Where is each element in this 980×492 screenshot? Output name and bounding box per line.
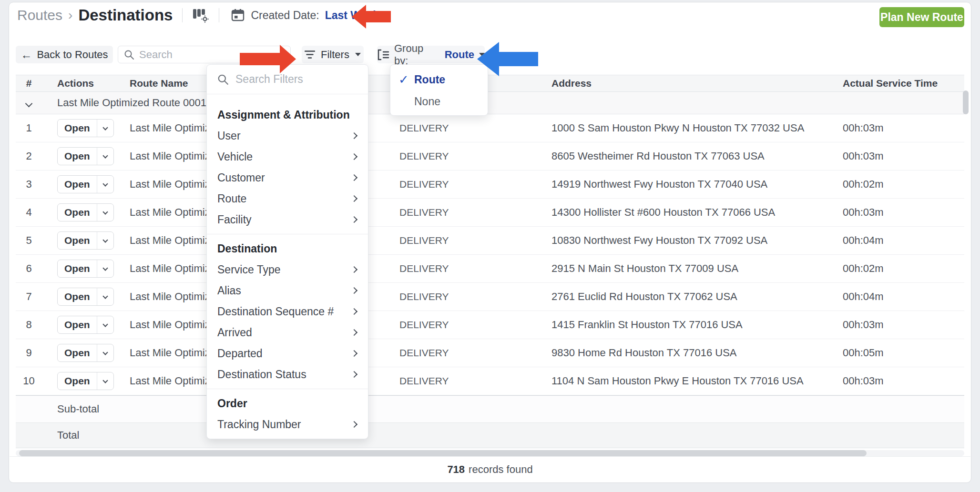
vertical-scrollbar-thumb[interactable] <box>963 90 969 114</box>
open-button-label[interactable]: Open <box>58 319 97 331</box>
open-button-label[interactable]: Open <box>58 235 97 246</box>
row-service-type: DELIVERY <box>384 122 536 134</box>
open-button[interactable]: Open <box>57 288 114 306</box>
row-service-type: DELIVERY <box>384 235 536 246</box>
open-button[interactable]: Open <box>57 203 114 221</box>
row-address: 1415 Franklin St Houston TX 77016 USA <box>536 319 827 331</box>
row-service-time: 00h:03m <box>827 319 964 331</box>
filter-item-destination-sequence[interactable]: Destination Sequence # <box>207 301 368 322</box>
open-button-label[interactable]: Open <box>58 347 97 359</box>
header-divider <box>182 8 183 22</box>
row-number: 8 <box>16 319 42 331</box>
open-button-caret[interactable] <box>97 155 113 158</box>
open-button[interactable]: Open <box>57 316 114 334</box>
header-divider <box>219 8 219 22</box>
column-header-service-time: Actual Service Time <box>827 78 964 89</box>
filter-item-route[interactable]: Route <box>207 188 368 209</box>
open-button-caret[interactable] <box>97 380 113 382</box>
chevron-right-icon <box>351 287 357 294</box>
open-button[interactable]: Open <box>57 344 114 362</box>
breadcrumb-parent[interactable]: Routes <box>17 7 62 23</box>
chevron-right-icon <box>351 421 357 428</box>
open-button-caret[interactable] <box>97 352 113 354</box>
row-number: 1 <box>16 122 42 134</box>
horizontal-scrollbar-thumb[interactable] <box>19 450 867 456</box>
page-title: Destinations <box>78 6 173 24</box>
group-header-row[interactable]: Last Mile Optimized Route 0001 <box>16 92 964 114</box>
row-actions: Open <box>42 372 114 390</box>
row-number: 9 <box>16 347 42 359</box>
row-number: 6 <box>16 262 42 275</box>
search-icon <box>124 50 134 60</box>
filter-item-arrived[interactable]: Arrived <box>207 322 368 343</box>
table-row: 9 Open Last Mile Optimized Route 0001 DE… <box>16 339 964 367</box>
plan-new-route-button[interactable]: Plan New Route <box>879 7 964 27</box>
chevron-right-icon <box>351 132 357 139</box>
open-button-label[interactable]: Open <box>58 207 97 218</box>
open-button[interactable]: Open <box>57 372 114 390</box>
open-button-caret[interactable] <box>97 296 113 298</box>
filter-item-alias[interactable]: Alias <box>207 280 368 301</box>
filter-item-tracking-number[interactable]: Tracking Number <box>207 414 368 435</box>
open-button-label[interactable]: Open <box>58 151 97 162</box>
chevron-right-icon <box>351 266 357 273</box>
filter-item-departed[interactable]: Departed <box>207 343 368 364</box>
group-by-value: Route <box>445 49 474 61</box>
row-number: 3 <box>16 178 42 191</box>
open-button[interactable]: Open <box>57 175 114 193</box>
filter-item-customer[interactable]: Customer <box>207 167 368 188</box>
red-arrow-annotation-created-date <box>352 5 391 29</box>
open-button-caret[interactable] <box>97 324 113 326</box>
chevron-right-icon <box>351 308 357 315</box>
back-to-routes-button[interactable]: ← Back to Routes <box>16 46 113 63</box>
table-row: 4 Open Last Mile Optimized Route 0001 DE… <box>16 199 964 227</box>
open-button-label[interactable]: Open <box>58 179 97 190</box>
filters-button[interactable]: Filters <box>302 46 364 63</box>
open-button-label[interactable]: Open <box>58 122 97 134</box>
records-found-bar: 718 records found <box>10 456 970 482</box>
table-row: 7 Open Last Mile Optimized Route 0001 DE… <box>16 283 964 311</box>
open-button-caret[interactable] <box>97 127 113 130</box>
open-button[interactable]: Open <box>57 260 114 278</box>
open-button-caret[interactable] <box>97 240 113 242</box>
open-button-caret[interactable] <box>97 268 113 270</box>
filter-icon <box>305 50 315 59</box>
filters-search-input[interactable] <box>235 73 350 86</box>
open-button[interactable]: Open <box>57 231 114 250</box>
row-service-time: 00h:04m <box>827 234 964 247</box>
group-by-option-route[interactable]: ✓ Route <box>390 69 488 90</box>
back-arrow-icon: ← <box>20 49 32 60</box>
open-button-caret[interactable] <box>97 211 113 214</box>
row-service-time: 00h:03m <box>827 122 964 134</box>
row-actions: Open <box>42 288 114 306</box>
calendar-icon <box>231 8 245 22</box>
destinations-table: # Actions Route Name Address Actual Serv… <box>16 75 964 448</box>
filter-item-facility[interactable]: Facility <box>207 209 368 230</box>
filter-item-user[interactable]: User <box>207 125 368 146</box>
open-button-label[interactable]: Open <box>58 263 97 274</box>
table-row: 5 Open Last Mile Optimized Route 0001 DE… <box>16 227 964 255</box>
row-number: 5 <box>16 234 42 247</box>
filter-item-vehicle[interactable]: Vehicle <box>207 146 368 167</box>
filter-item-destination-status[interactable]: Destination Status <box>207 364 368 385</box>
open-button[interactable]: Open <box>57 147 114 165</box>
records-label: records found <box>469 463 533 476</box>
open-button[interactable]: Open <box>57 119 114 137</box>
filter-item-service-type[interactable]: Service Type <box>207 259 368 280</box>
row-service-type: DELIVERY <box>384 207 536 218</box>
row-service-time: 00h:05m <box>827 347 964 359</box>
page-header: Routes › Destinations Created Date: <box>17 0 390 30</box>
section-divider <box>207 234 368 234</box>
open-button-label[interactable]: Open <box>58 291 97 302</box>
column-settings-icon[interactable] <box>192 8 209 23</box>
group-by-button[interactable]: Group by: Route <box>377 46 485 63</box>
filter-section-heading: Order <box>207 393 368 414</box>
collapse-chevron-icon[interactable] <box>16 97 42 109</box>
row-actions: Open <box>42 203 114 221</box>
row-service-time: 00h:03m <box>827 150 964 162</box>
total-row: Total <box>16 422 964 448</box>
open-button-label[interactable]: Open <box>58 375 97 387</box>
group-by-option-none[interactable]: None <box>390 90 488 112</box>
filters-button-label: Filters <box>321 49 349 61</box>
open-button-caret[interactable] <box>97 183 113 186</box>
